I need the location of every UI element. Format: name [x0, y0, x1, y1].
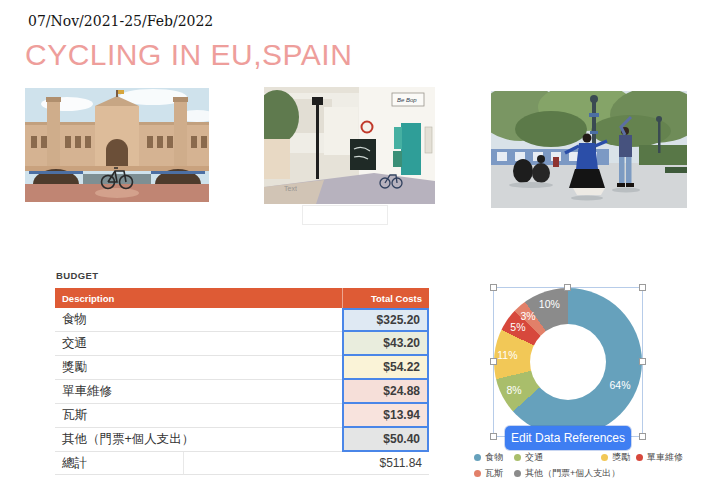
table-row: 獎勵 $54.22 — [55, 356, 429, 380]
budget-section-label[interactable]: BUDGET — [56, 270, 99, 281]
table-row: 食物 $325.20 — [55, 308, 429, 332]
budget-row-value[interactable]: $325.20 — [342, 308, 429, 332]
hanging-clothes — [394, 127, 402, 149]
legend-label: 單車維修 — [647, 451, 683, 464]
table-row: 瓦斯 $13.94 — [55, 404, 429, 428]
edit-data-references-button[interactable]: Edit Data References — [505, 426, 631, 450]
legend-label: 獎勵 — [612, 451, 630, 464]
legend-dot — [514, 470, 521, 477]
budget-row-label[interactable]: 食物 — [55, 308, 342, 332]
selection-handle-n[interactable] — [564, 284, 571, 291]
budget-total-value[interactable]: $511.84 — [342, 452, 429, 475]
legend-item-other[interactable]: 其他（門票+個人支出） — [514, 467, 620, 480]
legend-item-bike-repair[interactable]: 單車維修 — [636, 451, 683, 464]
table-header-row: Description Total Costs — [55, 288, 429, 308]
photo-village-street[interactable]: Be Bop Text — [264, 87, 435, 204]
column-header-total-costs[interactable]: Total Costs — [342, 288, 429, 308]
blue-tile-rail — [151, 171, 205, 174]
tower-left — [47, 100, 60, 168]
legend-item-reward[interactable]: 獎勵 — [601, 451, 630, 464]
legend-label: 交通 — [525, 451, 543, 464]
table-row: 其他（門票+個人支出） $50.40 — [55, 428, 429, 452]
lamppost — [316, 103, 319, 179]
caption-placeholder-box[interactable] — [302, 205, 388, 225]
legend-item-gas[interactable]: 瓦斯 — [474, 467, 503, 480]
table-row: 單車維修 $24.88 — [55, 380, 429, 404]
budget-row-label[interactable]: 獎勵 — [55, 356, 342, 380]
budget-total-label[interactable]: 總計 — [55, 452, 183, 475]
total-row-spacer-cell[interactable] — [183, 452, 342, 475]
table-row: 交通 $43.20 — [55, 332, 429, 356]
menu-board — [350, 139, 376, 170]
legend-item-transport[interactable]: 交通 — [514, 451, 543, 464]
legend-item-food[interactable]: 食物 — [474, 451, 503, 464]
round-sign — [362, 122, 373, 133]
budget-row-value[interactable]: $13.94 — [342, 404, 429, 428]
budget-table[interactable]: Description Total Costs 食物 $325.20 交通 $4… — [55, 288, 429, 475]
legend-dot — [474, 470, 481, 477]
budget-row-label[interactable]: 交通 — [55, 332, 342, 356]
column-header-description[interactable]: Description — [55, 288, 342, 308]
ground-circle — [95, 188, 139, 198]
selection-handle-ne[interactable] — [639, 284, 646, 291]
tower-cap — [173, 97, 188, 102]
budget-row-value[interactable]: $54.22 — [342, 356, 429, 380]
budget-row-label[interactable]: 瓦斯 — [55, 404, 342, 428]
legend-dot — [636, 454, 643, 461]
central-arch — [106, 139, 128, 168]
blue-tile-rail — [29, 171, 83, 174]
selection-handle-w[interactable] — [490, 358, 497, 365]
legend-dot — [474, 454, 481, 461]
legend-dot — [601, 454, 608, 461]
date-range-text[interactable]: 07/Nov/2021-25/Feb/2022 — [28, 13, 213, 29]
budget-row-label[interactable]: 單車維修 — [55, 380, 342, 404]
budget-row-value[interactable]: $50.40 — [342, 428, 429, 452]
hedge — [639, 145, 687, 165]
legend-dot — [514, 454, 521, 461]
budget-row-value[interactable]: $24.88 — [342, 380, 429, 404]
park-bench — [665, 167, 687, 173]
small-window — [425, 127, 432, 153]
donut-hole — [530, 324, 606, 400]
budget-row-value[interactable]: $43.20 — [342, 332, 429, 356]
selection-handle-se[interactable] — [639, 433, 646, 440]
selection-handle-nw[interactable] — [490, 284, 497, 291]
flag-pole — [116, 90, 118, 97]
slide-canvas: 07/Nov/2021-25/Feb/2022 CYCLING IN EU,SP… — [0, 0, 720, 490]
flag — [118, 90, 124, 94]
legend-label: 食物 — [485, 451, 503, 464]
table-total-row: 總計 $511.84 — [55, 452, 429, 475]
sunlit-wall — [264, 139, 290, 179]
hanging-clothes — [393, 151, 402, 167]
budget-row-label[interactable]: 其他（門票+個人支出） — [55, 428, 342, 452]
lamp-head — [312, 97, 323, 105]
tower-cap — [46, 97, 61, 102]
selection-handle-sw[interactable] — [490, 433, 497, 440]
selection-handle-e[interactable] — [639, 358, 646, 365]
slide-title[interactable]: CYCLING IN EU,SPAIN — [25, 38, 352, 72]
legend-label: 瓦斯 — [485, 467, 503, 480]
tower-right — [174, 100, 187, 168]
turquoise-door — [401, 123, 421, 175]
photo-caption-watermark: Text — [284, 185, 297, 192]
legend-label: 其他（門票+個人支出） — [525, 467, 620, 480]
shop-sign-text: Be Bop — [397, 97, 417, 103]
photo-park-dancers[interactable] — [491, 91, 687, 208]
photo-plaza-de-espana[interactable] — [25, 88, 209, 202]
